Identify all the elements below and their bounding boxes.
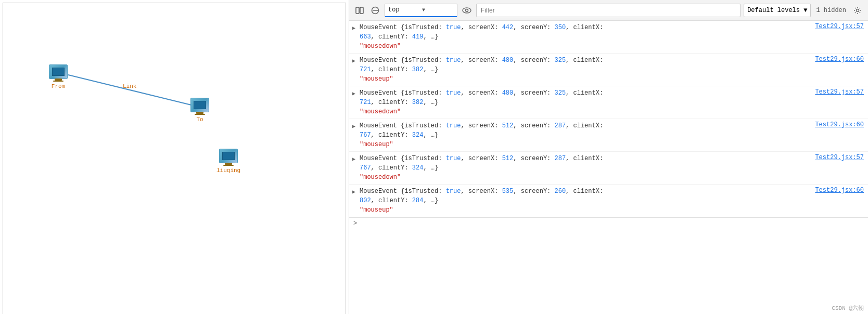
to-node[interactable]: To [190,98,209,123]
settings-button[interactable] [851,4,864,17]
entry-body: Test29.jsx:60 MouseEvent {isTrusted: tru… [360,121,864,149]
entry-source[interactable]: Test29.jsx:60 [815,56,864,63]
entry-body: Test29.jsx:60 MouseEvent {isTrusted: tru… [360,187,864,215]
entry-body: Test29.jsx:57 MouseEvent {isTrusted: tru… [360,23,864,51]
entry-text: MouseEvent {isTrusted: true, screenX: 48… [360,88,864,116]
entry-source[interactable]: Test29.jsx:57 [815,154,864,161]
svg-point-5 [463,8,471,13]
console-entry: ▶ Test29.jsx:57 MouseEvent {isTrusted: t… [349,86,868,119]
console-entry: ▶ Test29.jsx:60 MouseEvent {isTrusted: t… [349,54,868,86]
context-dropdown-arrow: ▼ [422,7,454,13]
to-node-screen [194,101,206,109]
clear-console-button[interactable] [369,4,381,17]
expand-arrow[interactable]: ▶ [352,58,355,64]
entry-source[interactable]: Test29.jsx:60 [815,121,864,128]
console-content: ▶ Test29.jsx:57 MouseEvent {isTrusted: t… [349,21,868,314]
entry-text: MouseEvent {isTrusted: true, screenX: 51… [360,121,864,149]
eye-button[interactable] [461,4,473,17]
console-entry: ▶ Test29.jsx:60 MouseEvent {isTrusted: t… [349,185,868,217]
hidden-badge: 1 hidden [814,7,848,14]
svg-point-7 [857,9,859,11]
from-node-screen [52,68,65,76]
expand-arrow[interactable]: ▶ [352,90,355,97]
entry-body: Test29.jsx:57 MouseEvent {isTrusted: tru… [360,88,864,116]
console-entry: ▶ Test29.jsx:60 MouseEvent {isTrusted: t… [349,119,868,152]
entry-text: MouseEvent {isTrusted: true, screenX: 51… [360,154,864,182]
context-selector[interactable]: top ▼ [385,4,457,17]
console-entry: ▶ Test29.jsx:57 MouseEvent {isTrusted: t… [349,152,868,185]
link-label: Link [123,83,136,89]
devtools-toolbar: top ▼ Default levels ▼ 1 hidden [349,0,868,21]
entry-source[interactable]: Test29.jsx:57 [815,88,864,96]
console-entry: ▶ Test29.jsx:57 MouseEvent {isTrusted: t… [349,21,868,54]
watermark: CSDN @六朝 [832,304,864,312]
context-label: top [388,6,420,14]
entry-source[interactable]: Test29.jsx:60 [815,187,864,194]
panel-selector-button[interactable] [353,4,366,17]
entry-text: MouseEvent {isTrusted: true, screenX: 44… [360,23,864,51]
entry-source[interactable]: Test29.jsx:57 [815,23,864,30]
expand-arrow[interactable]: ▶ [352,25,355,31]
from-node-label: From [52,83,65,89]
svg-point-6 [466,9,468,11]
entry-body: Test29.jsx:57 MouseEvent {isTrusted: tru… [360,154,864,182]
to-node-label: To [196,116,203,123]
expand-arrow[interactable]: ▶ [352,189,355,195]
entry-text: MouseEvent {isTrusted: true, screenX: 53… [360,187,864,215]
liuqing-node[interactable]: liuqing [216,149,240,174]
liuqing-node-label: liuqing [216,167,240,174]
expand-arrow[interactable]: ▶ [352,156,355,162]
entry-body: Test29.jsx:60 MouseEvent {isTrusted: tru… [360,56,864,84]
liuqing-node-screen [222,152,235,160]
svg-line-0 [68,75,200,107]
level-label: Default levels ▼ [747,7,807,14]
canvas-svg [3,3,346,314]
svg-rect-2 [360,7,363,14]
devtools-panel: top ▼ Default levels ▼ 1 hidden [349,0,868,314]
canvas-panel: Link From To liuqing [3,3,346,314]
liuqing-node-icon [219,149,238,163]
svg-rect-1 [356,7,359,14]
from-node-icon [49,64,68,79]
console-input-row: > [349,217,868,229]
from-node[interactable]: From [49,64,68,89]
level-selector[interactable]: Default levels ▼ [744,4,811,17]
console-prompt-icon: > [353,220,357,227]
to-node-icon [190,98,209,112]
filter-input[interactable] [476,4,741,17]
entry-text: MouseEvent {isTrusted: true, screenX: 48… [360,56,864,84]
expand-arrow[interactable]: ▶ [352,123,355,129]
